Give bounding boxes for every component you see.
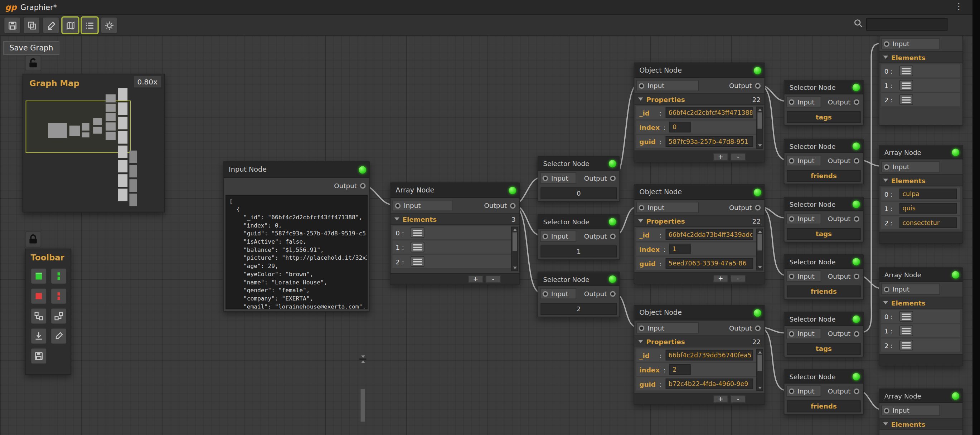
element-row[interactable]: 2 : (393, 255, 511, 268)
property-row[interactable]: guid : b72c4b22-4fda-4960-9e9 (636, 378, 756, 391)
input-port[interactable] (884, 164, 889, 170)
selector-key-field[interactable]: 0 (541, 187, 617, 199)
collapse-arrow-icon[interactable] (883, 56, 888, 59)
element-row[interactable]: 1 : (881, 324, 960, 337)
selector-node[interactable]: Selector Node Input Output friends (784, 254, 864, 300)
node-header[interactable]: Selector Node (784, 312, 863, 326)
node-header[interactable]: Array Node (390, 183, 519, 198)
node-header[interactable]: Array Node (880, 268, 963, 281)
collapse-arrow-icon[interactable] (638, 219, 643, 222)
add-property-button[interactable]: + (713, 275, 728, 282)
add-property-button[interactable]: + (713, 153, 728, 160)
save-button[interactable] (3, 17, 21, 33)
property-row[interactable]: guid : 5eed7063-3339-47a5-86 (636, 257, 756, 270)
output-port[interactable] (854, 158, 859, 164)
collapse-arrow-icon[interactable] (638, 340, 643, 343)
output-port[interactable] (610, 291, 616, 297)
selector-node[interactable]: Selector Node Input Output 1 (538, 214, 620, 260)
selector-node[interactable]: Selector Node Input Output tags (784, 80, 864, 125)
element-row[interactable]: 0 : culpa (881, 187, 960, 201)
input-port[interactable] (884, 287, 889, 292)
window-menu-button[interactable]: ⋮ (954, 1, 964, 11)
selector-key-field[interactable]: friends (787, 286, 861, 297)
array-node[interactable]: Array Node Input Elements 0 : culpa 1 : … (879, 145, 963, 244)
object-ref-icon[interactable] (899, 94, 913, 105)
selector-key-field[interactable]: 2 (541, 303, 617, 315)
selector-key-field[interactable]: friends (787, 400, 861, 412)
element-row[interactable]: 0 : (881, 64, 960, 78)
scrollbar-thumb[interactable] (757, 234, 762, 251)
property-value-field[interactable]: 66bf4c2d739dd56740fea5 (665, 350, 753, 360)
scrollbar[interactable] (511, 227, 518, 271)
elements-section-header[interactable]: Elements 3 (390, 213, 519, 225)
lock-icon[interactable] (25, 231, 41, 247)
object-ref-icon[interactable] (899, 340, 913, 351)
remove-property-button[interactable]: - (730, 153, 746, 160)
object-ref-icon[interactable] (410, 242, 424, 252)
input-port[interactable] (542, 233, 548, 239)
output-port[interactable] (755, 83, 760, 88)
remove-property-button[interactable]: - (730, 275, 746, 282)
node-header[interactable]: Selector Node (784, 197, 863, 211)
scrollbar[interactable] (360, 359, 366, 359)
output-port[interactable] (854, 216, 859, 221)
element-row[interactable]: 0 : (881, 310, 960, 323)
property-row[interactable]: guid : 587fc93a-257b-47d8-951 (636, 135, 756, 148)
node-header[interactable]: Object Node (634, 305, 764, 321)
object-ref-icon[interactable] (410, 227, 424, 238)
element-row[interactable]: 2 : consectetur (881, 216, 960, 229)
object-ref-icon[interactable] (899, 311, 913, 322)
selector-key-field[interactable]: 1 (541, 245, 617, 257)
property-value-field[interactable]: 5eed7063-3339-47a5-86 (665, 258, 753, 269)
graph-map-panel[interactable]: Graph Map 0.80x (22, 74, 165, 213)
input-port[interactable] (884, 41, 889, 46)
element-value-field[interactable]: consectetur (899, 218, 957, 228)
selector-key-field[interactable]: tags (787, 111, 861, 123)
collapse-arrow-icon[interactable] (883, 178, 888, 182)
property-row[interactable]: index : 0 (636, 121, 756, 134)
selector-node[interactable]: Selector Node Input Output 2 (538, 272, 620, 317)
output-port[interactable] (854, 99, 859, 105)
input-port[interactable] (639, 325, 644, 331)
collapse-arrow-icon[interactable] (883, 422, 888, 425)
node-header[interactable]: Selector Node (784, 81, 863, 94)
object-node[interactable]: Object Node Input Output Properties 22 _… (634, 63, 765, 162)
clear-brush-button[interactable] (43, 17, 59, 33)
scrollbar[interactable] (756, 229, 763, 270)
red-square-tool-button[interactable] (31, 288, 47, 304)
array-node[interactable]: Array Node Input Output Elements 3 0 : 1… (390, 183, 520, 285)
toolbar-panel[interactable]: Toolbar (25, 249, 71, 375)
element-row[interactable]: 1 : quis (881, 202, 960, 215)
output-port[interactable] (510, 203, 516, 208)
node-header[interactable]: Object Node (634, 63, 764, 78)
property-value-field[interactable]: 1 (669, 244, 690, 254)
node-header[interactable]: Array Node (880, 389, 963, 403)
input-port[interactable] (789, 273, 795, 279)
object-ref-icon[interactable] (899, 325, 913, 336)
add-property-button[interactable]: + (713, 395, 728, 402)
remove-element-button[interactable]: - (486, 275, 501, 283)
array-node-partial[interactable]: Array Node Input Elements (879, 389, 963, 435)
duplicate-button[interactable] (23, 17, 40, 33)
selector-key-field[interactable]: tags (787, 228, 861, 240)
selector-node[interactable]: Selector Node Input Output 0 (538, 156, 620, 202)
link-nodes-tool-button[interactable] (31, 308, 47, 324)
node-header[interactable]: Input Node (224, 162, 369, 178)
green-cube-tool-button[interactable] (31, 268, 47, 284)
unlock-icon[interactable] (25, 55, 41, 71)
property-value-field[interactable]: 0 (669, 122, 690, 133)
elements-section-header[interactable]: Elements (880, 174, 963, 186)
node-header[interactable]: Array Node (880, 146, 963, 159)
properties-section-header[interactable]: Properties 22 (634, 215, 764, 227)
output-port[interactable] (854, 331, 859, 337)
save-tool-button[interactable] (31, 348, 47, 364)
scrollbar[interactable] (756, 349, 763, 391)
element-value-field[interactable]: quis (899, 203, 957, 214)
input-port[interactable] (639, 205, 644, 210)
node-header[interactable]: Selector Node (784, 139, 863, 153)
object-node[interactable]: Object Node Input Output Properties 22 _… (634, 305, 765, 405)
map-toggle-button[interactable] (62, 17, 79, 33)
elements-section-header[interactable]: Elements (880, 297, 963, 308)
element-row[interactable]: 2 : (881, 338, 960, 352)
collapse-arrow-icon[interactable] (395, 218, 399, 221)
